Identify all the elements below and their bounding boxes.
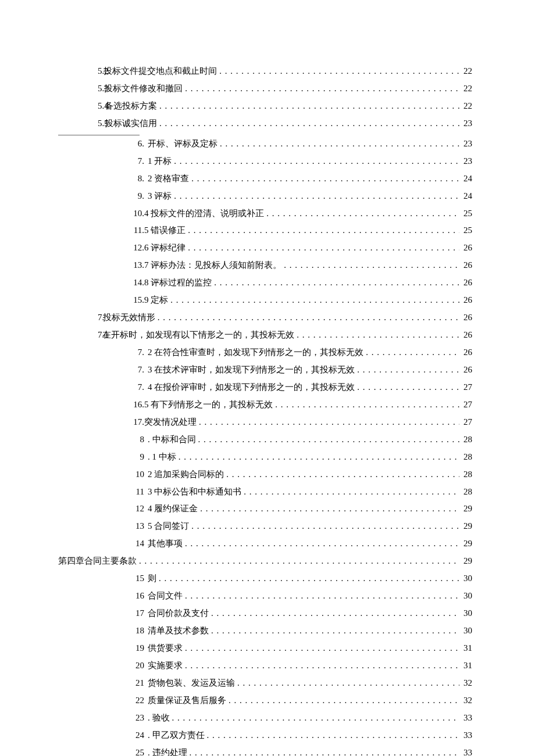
toc-page: 30 bbox=[459, 607, 472, 620]
toc-page: 24 bbox=[459, 190, 472, 203]
toc-dots bbox=[157, 100, 459, 113]
toc-page: 26 bbox=[459, 364, 472, 377]
toc-dots bbox=[209, 625, 459, 637]
toc-entry: 20实施要求31 bbox=[58, 660, 472, 672]
toc-dots bbox=[196, 433, 460, 446]
toc-number: 23 bbox=[98, 712, 144, 725]
toc-page: 26 bbox=[459, 294, 472, 307]
toc-title: 供货要求 bbox=[148, 642, 183, 655]
toc-dots bbox=[264, 207, 459, 220]
toc-dots bbox=[363, 346, 459, 359]
toc-dots bbox=[183, 538, 459, 550]
toc-dots bbox=[281, 259, 459, 272]
toc-number: 13 bbox=[98, 520, 144, 533]
toc-number: 12 bbox=[98, 503, 144, 515]
toc-page: 28 bbox=[459, 468, 472, 481]
toc-title: 则 bbox=[148, 572, 156, 585]
toc-dots bbox=[226, 694, 459, 707]
separator-line bbox=[58, 135, 140, 135]
toc-page: 22 bbox=[459, 83, 472, 95]
toc-number: 15 bbox=[98, 572, 144, 585]
toc-entry: 12.6 评标纪律26 bbox=[58, 242, 472, 255]
toc-title: . 违约处理 bbox=[148, 747, 187, 756]
toc-dots bbox=[217, 138, 459, 151]
toc-page: 28 bbox=[459, 486, 472, 499]
toc-dots bbox=[183, 660, 459, 672]
toc-title: 其他事项 bbox=[148, 538, 183, 550]
toc-entry: 14.8 评标过程的监控26 bbox=[58, 277, 472, 289]
toc-number: 5.5 bbox=[98, 117, 102, 130]
toc-entry: 7.1 在开标时，如发现有以下情形之一的，其投标无效26 bbox=[58, 329, 472, 342]
toc-page: 32 bbox=[459, 694, 472, 707]
toc-title: 3 评标 bbox=[148, 190, 172, 203]
toc-entry: 11.5 错误修正25 bbox=[58, 224, 472, 237]
toc-entry: 23. 验收33 bbox=[58, 712, 472, 725]
toc-entry: 124 履约保证金29 bbox=[58, 503, 472, 515]
toc-number: 5.4 bbox=[98, 100, 102, 113]
toc-dots bbox=[156, 572, 459, 585]
toc-title: 质量保证及售后服务 bbox=[148, 694, 226, 707]
toc-title: 第四章合同主要条款 bbox=[58, 555, 137, 568]
toc-entry: 25. 违约处理33 bbox=[58, 747, 472, 756]
toc-entry: 15 则30 bbox=[58, 572, 472, 585]
toc-entry: 7.1 开标23 bbox=[58, 155, 472, 168]
toc-entry: 9. 1 中标28 bbox=[58, 451, 472, 464]
toc-entry: 7.2 在符合性审查时，如发现下列情形之一的，其投标无效26 bbox=[58, 346, 472, 359]
toc-number: 7.1 bbox=[98, 329, 100, 342]
toc-title: 6 评标纪律 bbox=[144, 242, 186, 255]
toc-number: 11 bbox=[98, 486, 144, 499]
toc-dots bbox=[205, 729, 460, 742]
toc-title: 5 错误修正 bbox=[144, 224, 186, 237]
toc-number: 7. bbox=[98, 155, 144, 168]
toc-page: 26 bbox=[459, 346, 472, 359]
toc-number: 6. bbox=[98, 138, 144, 151]
toc-entry: 7.3 在技术评审时，如发现下列情形之一的，其投标无效26 bbox=[58, 364, 472, 377]
toc-number: 7. bbox=[98, 364, 144, 377]
toc-title: 2 资格审查 bbox=[148, 173, 189, 185]
toc-dots bbox=[355, 364, 459, 377]
toc-entry: 7.投标无效情形26 bbox=[58, 311, 472, 324]
toc-number: 10 bbox=[98, 468, 144, 481]
toc-title: 投标诚实信用 bbox=[105, 117, 157, 130]
toc-number: 10. bbox=[98, 207, 144, 220]
toc-dots bbox=[189, 520, 459, 533]
toc-entry: 第四章合同主要条款29 bbox=[58, 555, 472, 568]
table-of-contents: 5.2投标文件提交地点和截止时间225.3投标文件修改和撤回225.4备选投标方… bbox=[58, 65, 472, 756]
toc-number: 15. bbox=[98, 294, 144, 307]
toc-number: 16. bbox=[98, 399, 144, 411]
toc-title: . 验收 bbox=[148, 712, 170, 725]
toc-page: 24 bbox=[459, 173, 472, 185]
toc-entry: 16.5 有下列情形之一的，其投标无效27 bbox=[58, 399, 472, 411]
toc-title: 突发情况处理 bbox=[144, 416, 197, 429]
toc-title: 2 追加采购合同标的 bbox=[148, 468, 224, 481]
toc-dots bbox=[273, 399, 459, 411]
toc-title: 在开标时，如发现有以下情形之一的，其投标无效 bbox=[102, 329, 294, 342]
toc-dots bbox=[217, 65, 459, 78]
toc-page: 26 bbox=[459, 259, 472, 272]
toc-entry: 8. 中标和合同28 bbox=[58, 433, 472, 446]
toc-entry: 22质量保证及售后服务32 bbox=[58, 694, 472, 707]
toc-entry: 15.9 定标26 bbox=[58, 294, 472, 307]
toc-number: 13. bbox=[98, 259, 144, 272]
toc-title: 9 定标 bbox=[144, 294, 168, 307]
toc-dots bbox=[176, 451, 459, 464]
toc-entry: 16合同文件30 bbox=[58, 590, 472, 603]
toc-number: 21 bbox=[98, 677, 144, 690]
toc-page: 25 bbox=[459, 224, 472, 237]
toc-page: 26 bbox=[459, 277, 472, 289]
toc-page: 31 bbox=[459, 660, 472, 672]
toc-number: 9. bbox=[98, 190, 144, 203]
toc-number: 5.3 bbox=[98, 83, 102, 95]
toc-number: 8 bbox=[98, 433, 144, 446]
toc-page: 32 bbox=[459, 677, 472, 690]
toc-title: 3 在技术评审时，如发现下列情形之一的，其投标无效 bbox=[148, 364, 355, 377]
toc-title: 5 合同签订 bbox=[148, 520, 189, 533]
toc-page: 29 bbox=[459, 538, 472, 550]
page-container: 5.2投标文件提交地点和截止时间225.3投标文件修改和撤回225.4备选投标方… bbox=[0, 0, 535, 756]
toc-title: 合同价款及支付 bbox=[148, 607, 209, 620]
toc-title: 8 评标过程的监控 bbox=[144, 277, 212, 289]
toc-page: 27 bbox=[459, 399, 472, 411]
toc-page: 28 bbox=[459, 451, 472, 464]
toc-title: 4 履约保证金 bbox=[148, 503, 198, 515]
toc-entry: 19供货要求31 bbox=[58, 642, 472, 655]
